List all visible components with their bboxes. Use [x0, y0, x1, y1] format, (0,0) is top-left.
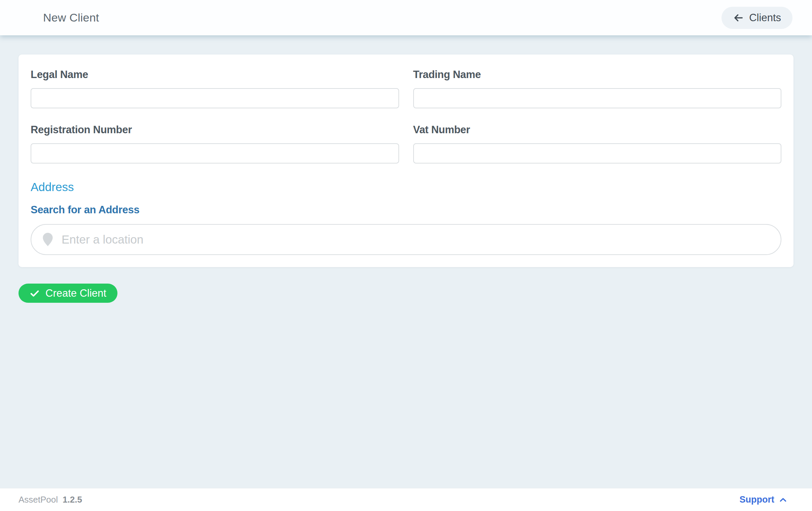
chevron-up-icon — [778, 495, 788, 505]
app-version: 1.2.5 — [63, 494, 82, 505]
registration-number-label: Registration Number — [31, 124, 399, 136]
new-client-form-card: Legal Name Trading Name Registration Num… — [19, 55, 793, 267]
trading-name-label: Trading Name — [413, 69, 782, 81]
registration-number-input[interactable] — [31, 143, 399, 163]
check-icon — [30, 288, 40, 298]
page-footer: AssetPool 1.2.5 Support — [0, 488, 812, 511]
field-legal-name: Legal Name — [31, 69, 399, 108]
field-grid: Legal Name Trading Name Registration Num… — [31, 69, 781, 163]
field-trading-name: Trading Name — [413, 69, 782, 108]
app-name: AssetPool — [19, 494, 58, 505]
field-vat-number: Vat Number — [413, 124, 782, 163]
page-title: New Client — [43, 11, 99, 24]
support-button[interactable]: Support — [740, 494, 788, 505]
search-address-label: Search for an Address — [31, 204, 781, 216]
main-content: Legal Name Trading Name Registration Num… — [0, 35, 812, 488]
support-label: Support — [740, 494, 774, 505]
app-info: AssetPool 1.2.5 — [19, 494, 82, 505]
legal-name-label: Legal Name — [31, 69, 399, 81]
legal-name-input[interactable] — [31, 88, 399, 108]
page-header: New Client Clients — [0, 0, 812, 35]
create-client-label: Create Client — [46, 287, 106, 299]
address-section-heading: Address — [31, 180, 781, 194]
back-button-label: Clients — [749, 12, 781, 24]
location-pin-icon — [42, 232, 54, 247]
create-client-button[interactable]: Create Client — [19, 283, 117, 303]
back-to-clients-button[interactable]: Clients — [722, 7, 792, 29]
vat-number-input[interactable] — [413, 143, 782, 163]
trading-name-input[interactable] — [413, 88, 782, 108]
location-search-input[interactable] — [62, 233, 771, 246]
field-registration-number: Registration Number — [31, 124, 399, 163]
vat-number-label: Vat Number — [413, 124, 782, 136]
location-search-box[interactable] — [31, 224, 781, 255]
arrow-left-icon — [733, 12, 744, 23]
